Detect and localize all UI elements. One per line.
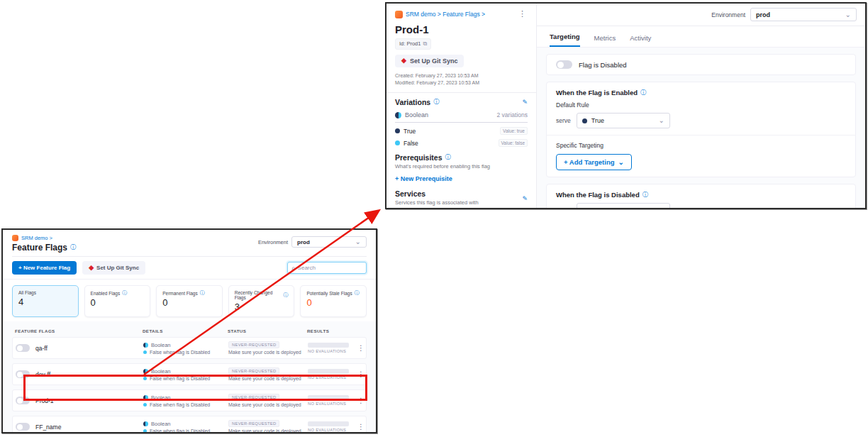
flag-type: Boolean — [151, 394, 171, 401]
table-row-ff-name[interactable]: FF_name Boolean False when flag is Disab… — [12, 416, 367, 432]
disabled-rules-card: When the Flag is Disabled ⓘ serve False … — [546, 184, 856, 208]
info-icon: ⓘ — [283, 292, 288, 298]
row-kebab-menu-icon[interactable]: ⋮ — [353, 423, 369, 431]
tab-targeting[interactable]: Targeting — [550, 33, 580, 47]
stat-card-all-flags[interactable]: All Flags 4 — [12, 285, 79, 317]
status-badge: NEVER-REQUESTED — [228, 341, 279, 348]
copy-icon[interactable]: ⧉ — [423, 40, 427, 48]
false-variation-icon — [143, 350, 147, 354]
prerequisites-heading: Prerequisites — [395, 153, 443, 162]
page-title: Prod-1 — [395, 23, 528, 35]
row-kebab-menu-icon[interactable]: ⋮ — [353, 344, 369, 352]
stat-card-recently-changed-flags[interactable]: Recently Changed Flagsⓘ 3 — [228, 285, 295, 317]
boolean-type-icon — [143, 343, 148, 348]
flag-detail-text: False when flag is Disabled — [150, 350, 210, 355]
chevron-down-icon: ⌄ — [658, 118, 664, 123]
chevron-down-icon: ⌄ — [618, 160, 624, 165]
info-icon: ⓘ — [642, 192, 648, 198]
search-icon: ⌕ — [291, 265, 296, 272]
flag-toggle[interactable] — [16, 370, 30, 378]
column-header: FEATURE FLAGS — [15, 328, 143, 333]
prerequisites-description: What's required before enabling this fla… — [395, 163, 528, 170]
chevron-down-icon: ⌄ — [845, 12, 851, 18]
new-feature-flag-button[interactable]: + New Feature Flag — [12, 261, 77, 275]
stat-card-enabled-flags[interactable]: Enabled Flagsⓘ 0 — [84, 285, 151, 317]
flag-detail-text: False when flag is Disabled — [150, 376, 210, 381]
row-kebab-menu-icon[interactable]: ⋮ — [353, 397, 369, 404]
git-sync-label: Set Up Git Sync — [96, 265, 139, 271]
environment-value: prod — [297, 239, 310, 245]
default-rule-label: Default Rule — [556, 101, 846, 109]
tab-metrics[interactable]: Metrics — [594, 34, 616, 47]
divider — [386, 92, 536, 93]
variation-name: False — [404, 140, 418, 147]
stat-label: Enabled Flags — [91, 291, 121, 296]
boolean-type-icon — [143, 369, 148, 374]
edit-variations-icon[interactable]: ✎ — [522, 99, 528, 106]
stat-label: All Flags — [18, 290, 36, 295]
breadcrumb[interactable]: SRM demo > — [21, 234, 52, 242]
add-targeting-button[interactable]: + Add Targeting⌄ — [556, 154, 632, 170]
boolean-type-icon — [143, 395, 148, 400]
flag-type: Boolean — [151, 342, 171, 348]
status-text: Make sure your code is deployed — [228, 402, 308, 407]
variation-row-false: False Value: false — [395, 139, 528, 147]
variation-name: True — [404, 128, 416, 135]
table-row-dev-ff[interactable]: dev-ff Boolean False when flag is Disabl… — [12, 363, 367, 385]
environment-value: prod — [756, 11, 770, 18]
flag-enabled-toggle[interactable] — [556, 60, 572, 69]
info-icon: ⓘ — [433, 99, 439, 105]
evaluation-bar — [308, 395, 349, 400]
column-header: STATUS — [228, 328, 307, 333]
row-kebab-menu-icon[interactable]: ⋮ — [353, 370, 369, 378]
breadcrumb[interactable]: SRM demo > Feature Flags > — [406, 10, 485, 19]
flag-name: qa-ff — [35, 345, 48, 352]
created-timestamp: Created: February 27, 2023 10:53 AM — [395, 72, 528, 80]
environment-select[interactable]: prod⌄ — [291, 236, 367, 248]
flag-toggle[interactable] — [16, 397, 30, 404]
results-text: NO EVALUATIONS — [308, 402, 353, 406]
services-heading: Services — [395, 189, 522, 198]
stat-label: Permanent Flags — [162, 291, 198, 296]
environment-select[interactable]: prod⌄ — [750, 8, 857, 21]
stat-value: 0 — [91, 297, 145, 308]
status-badge: NEVER-REQUESTED — [228, 367, 279, 375]
setup-git-sync-button[interactable]: ◆Set Up Git Sync — [395, 55, 464, 67]
status-text: Make sure your code is deployed — [228, 428, 308, 432]
search-input[interactable] — [298, 265, 362, 271]
project-logo-icon — [12, 235, 18, 241]
edit-services-icon[interactable]: ✎ — [522, 195, 528, 202]
table-header: FEATURE FLAGS DETAILS STATUS RESULTS — [12, 324, 367, 337]
new-prerequisite-link[interactable]: + New Prerequisite — [395, 175, 452, 182]
stat-value: 4 — [18, 297, 72, 307]
flag-detail-sidebar: SRM demo > Feature Flags > ⋮ Prod-1 Id: … — [386, 4, 537, 208]
setup-git-sync-button[interactable]: ◆Set Up Git Sync — [82, 261, 145, 275]
results-text: NO EVALUATIONS — [308, 428, 353, 432]
stat-card-potentially-stale-flags[interactable]: Potentially Stale Flagsⓘ 0 — [300, 285, 367, 317]
stat-card-permanent-flags[interactable]: Permanent Flagsⓘ 0 — [156, 285, 223, 317]
flag-toggle[interactable] — [16, 344, 30, 352]
services-description: Services this flag is associated with — [395, 199, 522, 206]
variation-value-badge: Value: false — [499, 139, 528, 147]
enabled-heading: When the Flag is Enabled — [556, 89, 638, 96]
false-variation-icon — [143, 429, 147, 433]
flag-type: Boolean — [151, 421, 171, 427]
serve-true-select[interactable]: True ⌄ — [577, 113, 670, 128]
table-row-prod-1[interactable]: Prod-1 Boolean False when flag is Disabl… — [12, 389, 367, 411]
tab-activity[interactable]: Activity — [630, 34, 651, 47]
feature-flags-list-panel: SRM demo > Feature Flags ⓘ Environment p… — [1, 228, 377, 433]
environment-label: Environment — [711, 11, 745, 18]
false-variation-icon — [143, 377, 147, 380]
serve-label: serve — [556, 117, 571, 124]
serve-false-select[interactable]: False ⌄ — [577, 203, 670, 208]
flag-detail-text: False when flag is Disabled — [150, 428, 210, 433]
true-variation-icon — [582, 118, 587, 123]
git-sync-icon: ◆ — [89, 265, 94, 271]
flag-toggle[interactable] — [16, 423, 30, 431]
project-logo-icon — [395, 11, 403, 18]
table-row-qa-ff[interactable]: qa-ff Boolean False when flag is Disable… — [12, 337, 367, 359]
kebab-menu-icon[interactable]: ⋮ — [517, 10, 528, 18]
info-icon: ⓘ — [640, 90, 646, 96]
flag-name: FF_name — [35, 424, 61, 431]
git-sync-label: Set Up Git Sync — [410, 57, 458, 65]
